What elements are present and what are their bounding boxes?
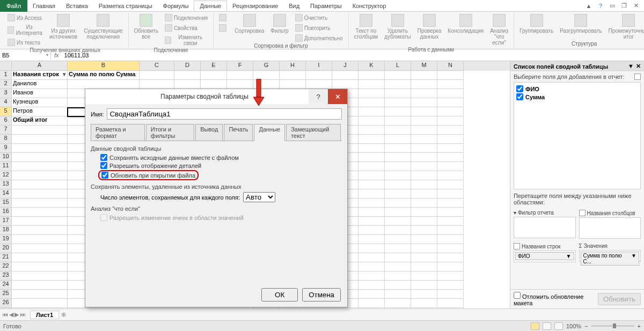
cell[interactable] [306,80,332,89]
btn-what-if[interactable]: Анализ "что если" [488,13,510,47]
nav-up-icon[interactable]: ▲ [585,2,592,10]
dlg-tab-data[interactable]: Данные [254,124,285,141]
dialog-titlebar[interactable]: Параметры сводной таблицы ? ✕ [85,89,347,104]
cell[interactable] [437,153,464,162]
cell[interactable] [385,235,411,244]
cell[interactable] [385,198,411,208]
cell[interactable] [385,244,411,253]
cell[interactable] [385,217,411,226]
cell[interactable] [411,235,437,244]
cell[interactable] [385,144,411,153]
cell[interactable] [437,189,464,198]
cell[interactable] [227,80,253,89]
cell[interactable] [411,262,437,271]
cell[interactable] [437,226,464,235]
cell[interactable] [437,116,464,126]
cell[interactable] [385,153,411,162]
cell[interactable] [385,126,411,135]
cell[interactable] [437,107,464,116]
cell[interactable] [358,198,385,208]
dlg-tab-totals[interactable]: Итоги и фильтры [146,124,194,141]
cell[interactable] [12,299,68,308]
col-header[interactable]: C [140,61,174,71]
cell[interactable] [358,281,385,290]
row-field-pill[interactable]: ФИО▼ [515,252,574,260]
cell[interactable] [385,208,411,217]
row-header[interactable]: 27 [0,308,12,308]
cell[interactable] [358,80,385,89]
col-header[interactable]: K [358,61,385,71]
cell[interactable] [437,308,464,308]
cell[interactable] [437,299,464,308]
cell[interactable] [358,98,385,107]
tab-insert[interactable]: Вставка [61,1,93,11]
row-header[interactable]: 10 [0,153,12,162]
layout-icon[interactable] [634,73,641,80]
cell[interactable]: Общий итог [12,116,68,126]
cell[interactable] [411,126,437,135]
btn-consolidate[interactable]: Консолидация [445,13,486,35]
row-header[interactable]: 1 [0,71,12,80]
cell[interactable]: Данилов [12,80,68,89]
zoom-slider[interactable] [591,325,634,327]
col-header[interactable]: F [227,61,253,71]
cell[interactable] [385,71,411,80]
field-checkbox[interactable] [516,85,523,92]
col-header[interactable]: G [253,61,280,71]
cell[interactable] [385,135,411,144]
btn-filter[interactable]: Фильтр [268,13,291,35]
enable-drilldown-checkbox[interactable]: Разрешить отображение деталей [100,162,342,169]
btn-connections[interactable]: Подключения [163,13,210,23]
cell[interactable] [437,281,464,290]
cell[interactable] [385,107,411,116]
cell[interactable] [437,144,464,153]
cell[interactable] [358,271,385,281]
cell[interactable] [385,299,411,308]
col-header[interactable]: M [411,61,437,71]
tab-page-layout[interactable]: Разметка страницы [93,1,158,11]
cell[interactable] [358,217,385,226]
cell[interactable] [201,80,227,89]
cell[interactable] [12,308,68,308]
btn-subtotal[interactable]: Промежуточный итог [606,13,645,41]
cell[interactable] [437,71,464,80]
cell[interactable] [437,198,464,208]
cell[interactable] [437,89,464,98]
tab-formulas[interactable]: Формулы [158,1,194,11]
dialog-help-button[interactable]: ? [309,89,328,104]
field-checkbox[interactable] [516,93,523,100]
row-header[interactable]: 17 [0,217,12,226]
cell[interactable] [12,217,68,226]
cell[interactable] [12,162,68,171]
cell[interactable] [437,162,464,171]
formula-input[interactable]: 10611,03 [62,51,644,60]
cell[interactable] [140,308,174,308]
minimize-icon[interactable]: ▭ [609,2,616,10]
cell[interactable] [411,244,437,253]
cell[interactable] [253,71,280,80]
cell[interactable] [358,107,385,116]
row-header[interactable]: 20 [0,244,12,253]
cell[interactable] [385,308,411,308]
zone-column-labels[interactable]: Названия столбцов [579,209,641,239]
cell[interactable] [385,253,411,262]
cell[interactable] [411,217,437,226]
cell[interactable] [437,253,464,262]
btn-properties[interactable]: Свойства [163,23,210,33]
cell[interactable] [358,89,385,98]
cell[interactable] [437,217,464,226]
tab-review[interactable]: Рецензирование [227,1,283,11]
close-icon[interactable]: ✕ [632,2,640,10]
cell[interactable] [385,189,411,198]
cell[interactable] [358,71,385,80]
dlg-tab-print[interactable]: Печать [224,124,253,141]
cell[interactable] [437,262,464,271]
row-header[interactable]: 13 [0,180,12,189]
cell[interactable] [385,180,411,189]
cell[interactable] [411,162,437,171]
cell[interactable] [201,308,227,308]
cell[interactable] [12,189,68,198]
cell[interactable] [411,80,437,89]
row-header[interactable]: 15 [0,198,12,208]
cell[interactable] [385,271,411,281]
